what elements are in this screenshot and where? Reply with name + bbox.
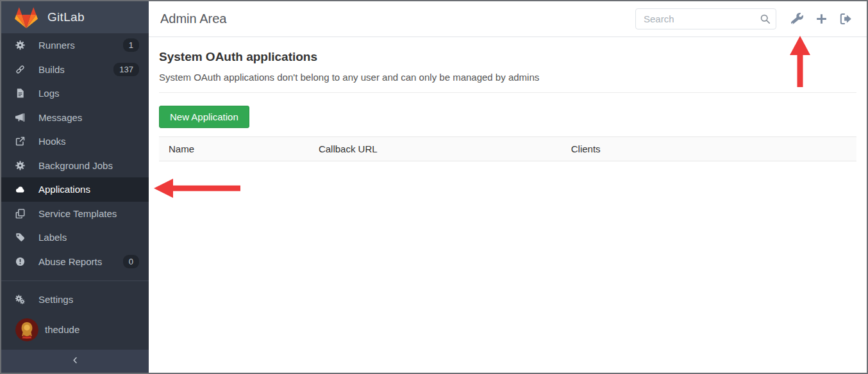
- sidebar-item-label: Logs: [38, 88, 60, 99]
- plus-icon: [815, 13, 828, 25]
- megaphone-icon: [1, 113, 38, 122]
- sign-out-button[interactable]: [833, 8, 858, 29]
- chain-link-icon: [1, 65, 38, 74]
- sidebar-item-label: Labels: [38, 232, 67, 243]
- sidebar-item-label: Background Jobs: [38, 160, 113, 171]
- sidebar-item-runners[interactable]: Runners1: [1, 33, 149, 58]
- oauth-applications-section: System OAuth applications System OAuth a…: [149, 37, 867, 170]
- search-box: [635, 8, 776, 29]
- sidebar-item-label: Abuse Reports: [38, 256, 102, 267]
- cloud-icon: [1, 184, 38, 194]
- file-text-icon: [1, 88, 38, 98]
- gears-icon: [1, 295, 38, 304]
- sidebar-item-label: Settings: [38, 294, 73, 305]
- gear-icon: [1, 40, 38, 50]
- new-button[interactable]: [809, 8, 833, 29]
- admin-wrench-button[interactable]: [785, 8, 809, 29]
- column-header-callback-url: Callback URL: [309, 137, 562, 161]
- column-header-name: Name: [159, 137, 309, 161]
- main-area: Admin Area System OAuth applications Sys…: [149, 1, 867, 373]
- sidebar-item-settings[interactable]: Settings: [1, 288, 149, 312]
- admin-nav: Runners1Builds137LogsMessagesHooksBackgr…: [1, 33, 149, 273]
- sidebar-secondary-nav: Settings: [1, 281, 149, 312]
- count-badge: 0: [123, 255, 139, 268]
- sidebar-item-logs[interactable]: Logs: [1, 81, 149, 106]
- app-window: GitLab Runners1Builds137LogsMessagesHook…: [0, 0, 868, 374]
- sidebar-item-labels[interactable]: Labels: [1, 225, 149, 250]
- gear-icon: [1, 161, 38, 170]
- gitlab-tanuki-logo-icon: [14, 6, 38, 29]
- section-heading: System OAuth applications: [159, 50, 856, 64]
- applications-table-header: NameCallback URLClients: [159, 136, 856, 161]
- top-bar: Admin Area: [149, 1, 867, 37]
- sidebar-item-current-user[interactable]: thedude: [1, 312, 149, 348]
- sidebar-item-builds[interactable]: Builds137: [1, 58, 149, 82]
- exclamation-circle-icon: [1, 257, 38, 266]
- gitlab-home-link[interactable]: GitLab: [1, 1, 149, 33]
- header-action-icons: [785, 8, 858, 29]
- sidebar-item-label: Runners: [38, 40, 75, 51]
- wrench-icon: [791, 13, 803, 25]
- user-avatar: [15, 318, 38, 341]
- external-link-icon: [1, 136, 38, 146]
- user-name: thedude: [45, 324, 79, 335]
- page-title: Admin Area: [160, 12, 226, 26]
- sidebar-item-service-templates[interactable]: Service Templates: [1, 202, 149, 226]
- brand-name: GitLab: [47, 10, 85, 24]
- sidebar-item-label: Service Templates: [38, 208, 117, 219]
- column-header-clients: Clients: [562, 137, 856, 161]
- count-badge: 1: [123, 38, 139, 52]
- sidebar-item-label: Messages: [38, 112, 82, 123]
- count-badge: 137: [113, 63, 139, 76]
- sidebar-item-label: Applications: [38, 184, 90, 195]
- admin-sidebar: GitLab Runners1Builds137LogsMessagesHook…: [1, 1, 149, 373]
- sidebar-item-abuse-reports[interactable]: Abuse Reports0: [1, 250, 149, 274]
- search-input[interactable]: [635, 8, 776, 29]
- sidebar-item-background-jobs[interactable]: Background Jobs: [1, 154, 149, 178]
- section-description: System OAuth applications don't belong t…: [159, 72, 856, 83]
- section-divider: [159, 92, 856, 93]
- new-application-button[interactable]: New Application: [159, 106, 249, 128]
- sidebar-item-label: Hooks: [38, 136, 66, 147]
- sign-out-icon: [840, 13, 852, 25]
- sidebar-item-label: Builds: [38, 64, 65, 75]
- sidebar-item-hooks[interactable]: Hooks: [1, 129, 149, 154]
- sidebar-item-messages[interactable]: Messages: [1, 106, 149, 130]
- sidebar-collapse-button[interactable]: [1, 350, 149, 373]
- tag-icon: [1, 232, 38, 242]
- chevron-left-icon: [71, 355, 79, 367]
- copy-icon: [1, 209, 38, 218]
- top-bar-actions: [635, 8, 858, 29]
- sidebar-item-applications[interactable]: Applications: [1, 177, 149, 202]
